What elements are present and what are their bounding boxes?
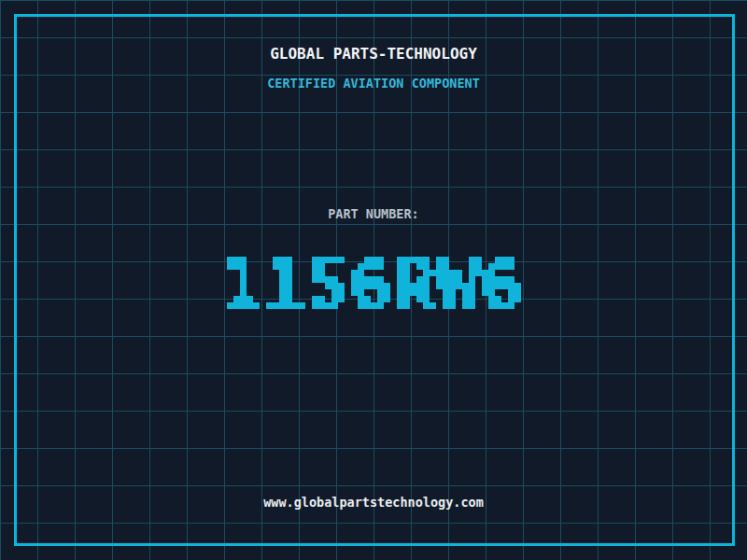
website-url: www.globalpartstechnology.com: [0, 496, 747, 509]
blueprint-panel: GLOBAL PARTS-TECHNOLOGY CERTIFIED AVIATI…: [0, 0, 747, 560]
company-title: GLOBAL PARTS-TECHNOLOGY: [0, 47, 747, 62]
part-number-display: [214, 237, 534, 329]
certification-subtitle: CERTIFIED AVIATION COMPONENT: [0, 77, 747, 90]
part-number-label: PART NUMBER:: [0, 207, 747, 220]
